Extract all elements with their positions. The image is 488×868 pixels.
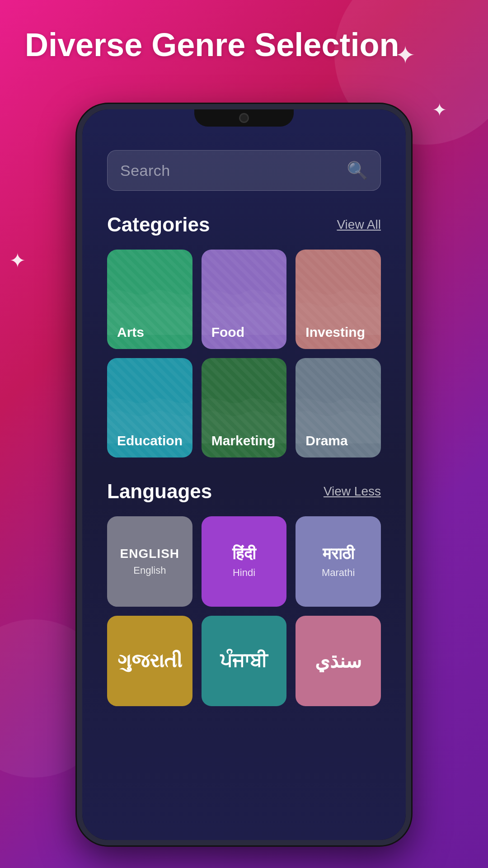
- category-arts[interactable]: Arts: [107, 250, 192, 349]
- search-bar[interactable]: Search 🔍: [107, 150, 381, 191]
- lang-punjabi-script: ਪੰਜਾਬੀ: [220, 650, 267, 672]
- lang-hindi-name: Hindi: [233, 567, 255, 579]
- phone-screen: Search 🔍 Categories View All Arts: [82, 109, 406, 840]
- lang-gujarati[interactable]: ગુજરાતી: [107, 616, 192, 706]
- lang-english-name: English: [133, 565, 166, 576]
- view-less-link[interactable]: View Less: [324, 484, 381, 499]
- category-arts-label: Arts: [117, 325, 144, 340]
- lang-english-code: ENGLISH: [120, 547, 179, 561]
- languages-title: Languages: [107, 480, 212, 503]
- category-marketing-label: Marketing: [211, 433, 276, 448]
- lang-marathi-name: Marathi: [322, 567, 355, 579]
- sparkle-icon-3: ✦: [9, 249, 26, 273]
- categories-header: Categories View All: [107, 213, 381, 236]
- lang-marathi[interactable]: मराठी Marathi: [296, 516, 381, 607]
- lang-punjabi[interactable]: ਪੰਜਾਬੀ: [202, 616, 287, 706]
- categories-grid: Arts Food Investing: [107, 250, 381, 458]
- category-education-label: Education: [117, 433, 183, 448]
- category-drama[interactable]: Drama: [296, 358, 381, 458]
- languages-grid: ENGLISH English हिंदी Hindi मराठी Marath…: [107, 516, 381, 706]
- search-placeholder: Search: [120, 162, 347, 179]
- category-marketing[interactable]: Marketing: [202, 358, 287, 458]
- lang-sindhi-script: سنڌي: [315, 650, 361, 672]
- lang-hindi-script: हिंदी: [232, 544, 256, 563]
- category-investing-label: Investing: [305, 325, 365, 340]
- languages-header: Languages View Less: [107, 480, 381, 503]
- sparkle-icon-2: ✦: [432, 99, 447, 120]
- lang-hindi[interactable]: हिंदी Hindi: [202, 516, 287, 607]
- lang-sindhi[interactable]: سنڌي: [296, 616, 381, 706]
- lang-gujarati-script: ગુજરાતી: [117, 650, 182, 672]
- phone-notch: [194, 109, 294, 127]
- page-title: Diverse Genre Selection: [25, 27, 399, 63]
- categories-title: Categories: [107, 213, 210, 236]
- view-all-link[interactable]: View All: [337, 217, 381, 232]
- search-icon: 🔍: [347, 160, 368, 180]
- lang-marathi-script: मराठी: [323, 544, 354, 563]
- category-investing[interactable]: Investing: [296, 250, 381, 349]
- category-food[interactable]: Food: [202, 250, 287, 349]
- phone-frame: Search 🔍 Categories View All Arts: [77, 104, 411, 845]
- category-food-label: Food: [211, 325, 244, 340]
- screen-content: Search 🔍 Categories View All Arts: [82, 137, 406, 720]
- front-camera: [239, 113, 249, 123]
- category-education[interactable]: Education: [107, 358, 192, 458]
- category-drama-label: Drama: [305, 433, 347, 448]
- lang-english[interactable]: ENGLISH English: [107, 516, 192, 607]
- phone-mockup: Search 🔍 Categories View All Arts: [77, 104, 411, 845]
